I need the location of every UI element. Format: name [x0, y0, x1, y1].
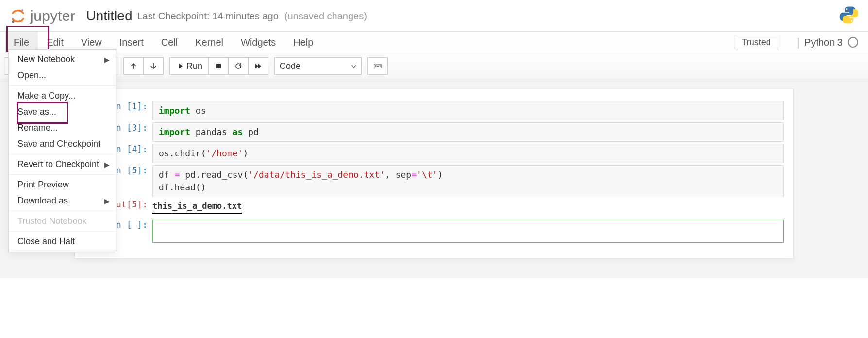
- menu-cell[interactable]: Cell: [152, 32, 186, 53]
- filemenu-save-as[interactable]: Save as...: [9, 104, 116, 120]
- code-input[interactable]: os.chdir('/home'): [152, 144, 784, 163]
- svg-rect-10: [216, 64, 221, 68]
- restart-run-all-button[interactable]: [249, 57, 268, 75]
- filemenu-open[interactable]: Open...: [9, 68, 116, 84]
- code-cell[interactable]: In [5]:df = pd.read_csv('/data/this_is_a…: [75, 164, 793, 198]
- filemenu-download-as[interactable]: Download as▶: [9, 193, 116, 209]
- svg-rect-11: [374, 64, 381, 68]
- menu-separator: [9, 174, 116, 175]
- menu-insert[interactable]: Insert: [111, 32, 152, 53]
- svg-point-3: [851, 20, 853, 22]
- arrow-up-icon: [130, 62, 137, 70]
- restart-button[interactable]: [229, 57, 249, 75]
- menu-separator: [9, 154, 116, 154]
- code-input[interactable]: import os: [152, 101, 784, 120]
- jupyter-logo[interactable]: jupyter: [9, 8, 76, 24]
- restart-icon: [234, 62, 242, 70]
- menu-separator: [9, 211, 116, 211]
- submenu-arrow-icon: ▶: [104, 56, 110, 64]
- code-cell[interactable]: In [4]:os.chdir('/home'): [75, 143, 793, 164]
- code-cell[interactable]: In [3]:import pandas as pd: [75, 121, 793, 143]
- interrupt-button[interactable]: [209, 57, 229, 75]
- unsaved-status: (unsaved changes): [284, 11, 367, 22]
- output-cell: Out[5]:this_is_a_demo.txt: [75, 198, 793, 219]
- keyboard-icon: [374, 62, 382, 70]
- trusted-indicator[interactable]: Trusted: [735, 35, 777, 50]
- submenu-arrow-icon: ▶: [104, 161, 110, 169]
- fast-forward-icon: [254, 62, 262, 70]
- command-palette-button[interactable]: [367, 57, 388, 75]
- filemenu-save-and-checkpoint[interactable]: Save and Checkpoint: [9, 136, 116, 152]
- code-cell-empty[interactable]: In [ ]:: [75, 219, 793, 244]
- code-input[interactable]: [152, 220, 784, 243]
- jupyter-icon: [9, 8, 27, 24]
- filemenu-revert-to-checkpoint[interactable]: Revert to Checkpoint▶: [9, 156, 116, 172]
- toolbar: Run Code: [0, 53, 868, 79]
- run-label: Run: [186, 61, 202, 71]
- celltype-select[interactable]: Code: [274, 57, 362, 75]
- filemenu-trusted-notebook: Trusted Notebook: [9, 213, 116, 229]
- notebook-container: In [1]:import osIn [3]:import pandas as …: [0, 79, 868, 278]
- move-up-button[interactable]: [123, 57, 144, 75]
- svg-point-2: [846, 8, 848, 10]
- filemenu-rename[interactable]: Rename...: [9, 120, 116, 136]
- filemenu-make-a-copy[interactable]: Make a Copy...: [9, 88, 116, 104]
- stop-icon: [215, 62, 222, 70]
- jupyter-wordmark: jupyter: [30, 8, 76, 24]
- run-button[interactable]: Run: [169, 57, 209, 75]
- filemenu-close-and-halt[interactable]: Close and Halt: [9, 234, 116, 250]
- submenu-arrow-icon: ▶: [104, 197, 110, 205]
- menu-widgets[interactable]: Widgets: [232, 32, 284, 53]
- arrow-down-icon: [150, 62, 157, 70]
- move-down-button[interactable]: [144, 57, 164, 75]
- kernel-logo: [839, 5, 859, 27]
- output-area: this_is_a_demo.txt: [152, 199, 784, 214]
- kernel-indicator[interactable]: | Python 3: [797, 35, 858, 49]
- python-icon: [839, 5, 859, 25]
- kernel-name: Python 3: [804, 37, 843, 48]
- svg-point-1: [12, 20, 14, 23]
- menu-separator: [9, 85, 116, 86]
- chevron-down-icon: [351, 63, 357, 69]
- menu-kernel[interactable]: Kernel: [186, 32, 232, 53]
- code-cell[interactable]: In [1]:import os: [75, 100, 793, 121]
- separator: |: [797, 35, 800, 49]
- celltype-value: Code: [280, 61, 300, 71]
- notebook-title[interactable]: Untitled: [86, 8, 133, 24]
- code-input[interactable]: df = pd.read_csv('/data/this_is_a_demo.t…: [152, 165, 784, 197]
- run-icon: [176, 62, 184, 70]
- menu-bar: FileEditViewInsertCellKernelWidgetsHelp …: [0, 31, 868, 53]
- dataframe-header: this_is_a_demo.txt: [152, 201, 242, 214]
- notebook-header: jupyter Untitled Last Checkpoint: 14 min…: [0, 0, 868, 31]
- filemenu-new-notebook[interactable]: New Notebook▶: [9, 51, 116, 68]
- notebook: In [1]:import osIn [3]:import pandas as …: [74, 89, 794, 259]
- code-input[interactable]: import pandas as pd: [152, 122, 784, 142]
- menu-separator: [9, 231, 116, 232]
- file-menu-dropdown: New Notebook▶Open...Make a Copy...Save a…: [8, 49, 116, 252]
- menu-help[interactable]: Help: [284, 32, 322, 53]
- filemenu-print-preview[interactable]: Print Preview: [9, 177, 116, 193]
- kernel-idle-icon: [848, 37, 858, 48]
- checkpoint-status: Last Checkpoint: 14 minutes ago: [137, 11, 278, 22]
